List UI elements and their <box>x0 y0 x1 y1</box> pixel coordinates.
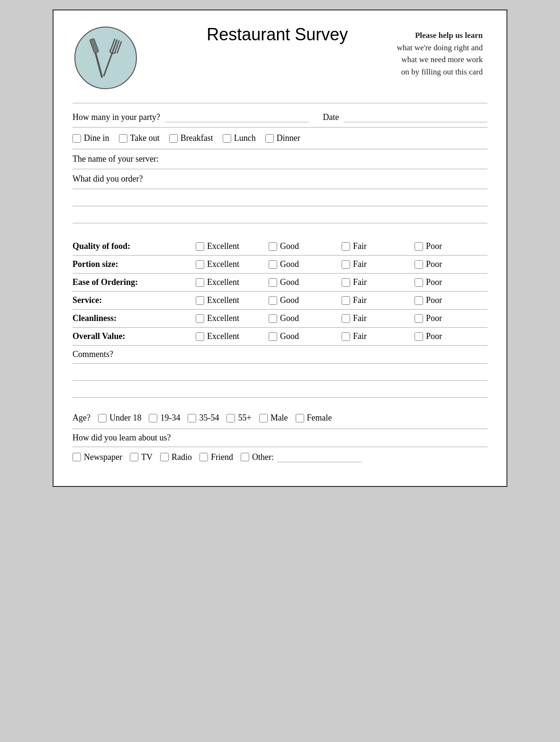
source-other: Other: <box>241 452 362 462</box>
service-poor[interactable]: Poor <box>415 295 488 305</box>
clean-fair-cb[interactable] <box>342 314 350 323</box>
clean-fair[interactable]: Fair <box>342 313 415 323</box>
date-input[interactable] <box>343 112 488 122</box>
age-35-54[interactable]: 35-54 <box>188 413 219 423</box>
clean-good[interactable]: Good <box>269 313 342 323</box>
source-tv[interactable]: TV <box>130 452 153 462</box>
ratings-section: Quality of food: Excellent Good Fair Poo… <box>72 238 488 346</box>
learn-input[interactable] <box>175 433 488 443</box>
cb-lunch[interactable]: Lunch <box>223 133 256 143</box>
divider-top <box>72 103 488 103</box>
clean-excellent-cb[interactable] <box>196 314 204 323</box>
age-under18-cb[interactable] <box>98 414 107 422</box>
gender-female-label: Female <box>307 413 332 423</box>
cb-dinner[interactable]: Dinner <box>265 133 300 143</box>
value-fair-cb[interactable] <box>342 332 350 341</box>
rating-cleanliness-label: Cleanliness: <box>72 313 196 323</box>
rating-portion: Portion size: Excellent Good Fair Poor <box>72 256 488 274</box>
age-35-54-cb[interactable] <box>188 414 196 422</box>
rating-value-label: Overall Value: <box>72 331 196 341</box>
food-excellent-cb[interactable] <box>196 242 204 251</box>
age-under18[interactable]: Under 18 <box>98 413 141 423</box>
food-good-cb[interactable] <box>269 242 277 251</box>
source-radio-cb[interactable] <box>160 453 169 461</box>
age-19-34-cb[interactable] <box>149 414 157 422</box>
food-excellent[interactable]: Excellent <box>196 241 269 251</box>
gender-female[interactable]: Female <box>296 413 332 423</box>
source-newspaper[interactable]: Newspaper <box>72 452 122 462</box>
food-poor-cb[interactable] <box>415 242 423 251</box>
ordering-poor[interactable]: Poor <box>415 277 488 287</box>
service-fair[interactable]: Fair <box>342 295 415 305</box>
food-good[interactable]: Good <box>269 241 342 251</box>
gender-male-cb[interactable] <box>259 414 268 422</box>
service-poor-cb[interactable] <box>415 296 423 305</box>
source-other-input[interactable] <box>277 452 362 462</box>
cb-breakfast[interactable]: Breakfast <box>169 133 213 143</box>
clean-excellent[interactable]: Excellent <box>196 313 269 323</box>
cb-lunch-input[interactable] <box>223 134 231 143</box>
service-good-cb[interactable] <box>269 296 277 305</box>
cb-take-out-input[interactable] <box>119 134 127 143</box>
source-tv-label: TV <box>141 452 153 462</box>
source-other-cb[interactable] <box>241 453 249 461</box>
comments-input[interactable] <box>118 349 488 359</box>
service-fair-cb[interactable] <box>342 296 350 305</box>
food-poor[interactable]: Poor <box>415 241 488 251</box>
service-good[interactable]: Good <box>269 295 342 305</box>
clean-poor-cb[interactable] <box>415 314 423 323</box>
portion-good-cb[interactable] <box>269 260 277 269</box>
service-excellent[interactable]: Excellent <box>196 295 269 305</box>
portion-fair[interactable]: Fair <box>342 259 415 269</box>
portion-excellent-cb[interactable] <box>196 260 204 269</box>
gender-male[interactable]: Male <box>259 413 288 423</box>
cb-dine-in-input[interactable] <box>72 134 81 143</box>
service-excellent-cb[interactable] <box>196 296 204 305</box>
portion-excellent[interactable]: Excellent <box>196 259 269 269</box>
value-poor-cb[interactable] <box>415 332 423 341</box>
value-excellent[interactable]: Excellent <box>196 331 269 341</box>
party-label: How many in your party? <box>72 112 160 122</box>
ordering-fair-cb[interactable] <box>342 278 350 287</box>
portion-good[interactable]: Good <box>269 259 342 269</box>
ordering-poor-cb[interactable] <box>415 278 423 287</box>
food-fair-cb[interactable] <box>342 242 350 251</box>
ordering-fair[interactable]: Fair <box>342 277 415 287</box>
age-under18-label: Under 18 <box>109 413 141 423</box>
tagline-area: Please help us learn what we're doing ri… <box>397 25 488 78</box>
portion-fair-cb[interactable] <box>342 260 350 269</box>
ordering-excellent-cb[interactable] <box>196 278 204 287</box>
server-input[interactable] <box>163 153 488 165</box>
food-fair[interactable]: Fair <box>342 241 415 251</box>
portion-poor[interactable]: Poor <box>415 259 488 269</box>
age-19-34[interactable]: 19-34 <box>149 413 180 423</box>
clean-poor[interactable]: Poor <box>415 313 488 323</box>
source-tv-cb[interactable] <box>130 453 138 461</box>
rating-value-options: Excellent Good Fair Poor <box>196 331 488 341</box>
age-55plus-cb[interactable] <box>226 414 235 422</box>
clean-good-cb[interactable] <box>269 314 277 323</box>
value-good[interactable]: Good <box>269 331 342 341</box>
ordering-excellent[interactable]: Excellent <box>196 277 269 287</box>
order-input[interactable] <box>147 173 488 185</box>
source-newspaper-cb[interactable] <box>72 453 81 461</box>
portion-poor-cb[interactable] <box>415 260 423 269</box>
value-fair[interactable]: Fair <box>342 331 415 341</box>
value-good-cb[interactable] <box>269 332 277 341</box>
cb-take-out[interactable]: Take out <box>119 133 160 143</box>
source-friend-cb[interactable] <box>199 453 208 461</box>
gender-female-cb[interactable] <box>296 414 304 422</box>
ordering-good-cb[interactable] <box>269 278 277 287</box>
source-friend[interactable]: Friend <box>199 452 233 462</box>
ordering-good[interactable]: Good <box>269 277 342 287</box>
value-excellent-cb[interactable] <box>196 332 204 341</box>
value-poor[interactable]: Poor <box>415 331 488 341</box>
order-label: What did you order? <box>72 174 143 184</box>
cb-dine-in[interactable]: Dine in <box>72 133 109 143</box>
source-radio[interactable]: Radio <box>160 452 192 462</box>
cb-dinner-input[interactable] <box>265 134 274 143</box>
age-55plus[interactable]: 55+ <box>226 413 251 423</box>
party-input[interactable] <box>165 112 309 122</box>
comments-label: Comments? <box>72 349 113 359</box>
cb-breakfast-input[interactable] <box>169 134 178 143</box>
